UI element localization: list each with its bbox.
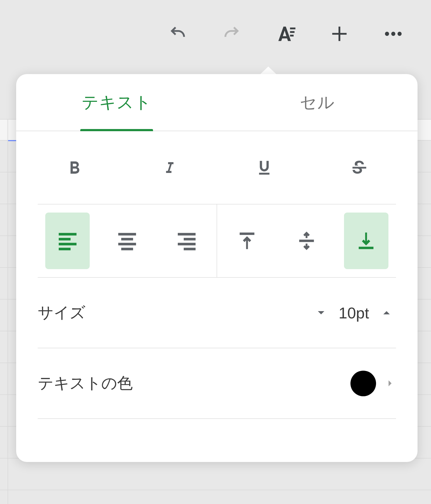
tab-cell[interactable]: セル (217, 74, 418, 131)
text-style-row (16, 131, 418, 204)
svg-rect-7 (59, 238, 71, 241)
svg-rect-12 (118, 243, 136, 245)
svg-rect-10 (118, 233, 136, 236)
valign-bottom-button[interactable] (344, 213, 388, 269)
valign-top-button[interactable] (225, 213, 269, 269)
italic-button[interactable] (122, 159, 217, 176)
svg-rect-11 (121, 238, 133, 241)
text-color-row[interactable]: テキストの色 (38, 348, 396, 419)
valign-middle-button[interactable] (284, 213, 329, 269)
redo-button[interactable] (221, 23, 242, 44)
v-align-group (217, 204, 396, 277)
font-row[interactable]: フォント Arial (38, 419, 396, 462)
tab-cell-label: セル (300, 91, 335, 114)
underline-button[interactable] (217, 159, 312, 176)
font-size-decrease-button[interactable] (312, 306, 331, 319)
format-list: サイズ 10pt テキストの色 フォント Arial (38, 278, 396, 462)
font-label: フォント (38, 459, 101, 462)
svg-rect-15 (184, 238, 196, 241)
text-color-swatch (350, 371, 376, 396)
svg-point-5 (398, 32, 402, 36)
align-center-button[interactable] (105, 213, 149, 269)
svg-rect-20 (359, 247, 374, 249)
font-size-value: 10pt (339, 304, 369, 322)
svg-rect-0 (290, 27, 296, 29)
text-color-label: テキストの色 (38, 373, 133, 394)
font-size-label: サイズ (38, 302, 85, 323)
svg-rect-14 (178, 233, 196, 236)
insert-button[interactable] (329, 23, 350, 44)
align-left-button[interactable] (45, 213, 90, 269)
tab-text-label: テキスト (82, 91, 152, 114)
top-toolbar (0, 0, 431, 67)
text-format-button[interactable] (275, 23, 296, 44)
svg-point-4 (391, 32, 395, 36)
tab-text[interactable]: テキスト (16, 74, 217, 131)
undo-button[interactable] (167, 23, 189, 44)
bold-button[interactable] (27, 158, 122, 177)
svg-point-3 (385, 32, 389, 36)
svg-rect-6 (59, 233, 77, 236)
align-right-button[interactable] (165, 213, 209, 269)
svg-rect-13 (121, 248, 133, 251)
svg-rect-2 (290, 34, 294, 36)
format-panel: テキスト セル (16, 74, 418, 462)
h-align-group (38, 204, 217, 277)
more-button[interactable] (383, 23, 404, 44)
svg-rect-18 (239, 232, 254, 235)
chevron-right-icon (384, 377, 396, 389)
svg-rect-8 (59, 243, 77, 245)
svg-rect-19 (299, 240, 314, 242)
svg-rect-16 (178, 243, 196, 245)
svg-rect-17 (184, 248, 196, 251)
svg-rect-9 (59, 248, 71, 251)
svg-rect-1 (290, 31, 295, 33)
font-size-row: サイズ 10pt (38, 278, 396, 348)
alignment-row (38, 204, 396, 278)
panel-tabs: テキスト セル (16, 74, 418, 131)
strikethrough-button[interactable] (312, 158, 407, 177)
font-size-increase-button[interactable] (377, 306, 396, 319)
